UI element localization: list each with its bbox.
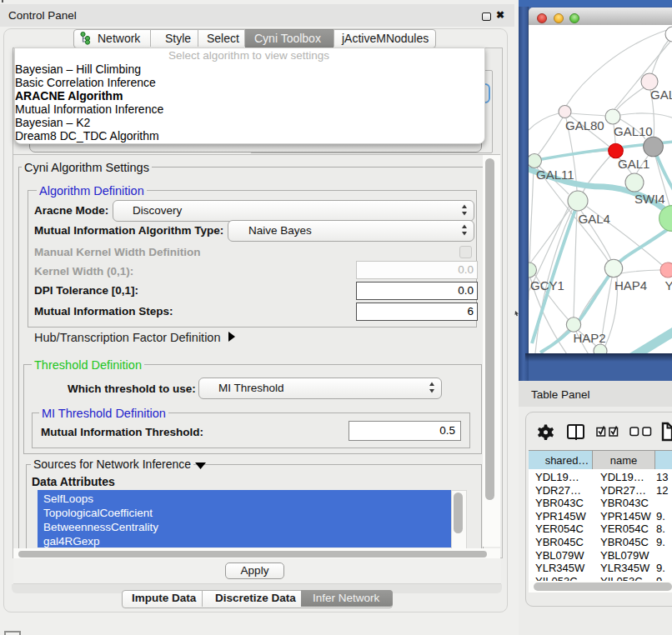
svg-text:HAP2: HAP2 bbox=[574, 331, 606, 345]
svg-text:GAL1: GAL1 bbox=[618, 157, 649, 171]
svg-text:GCY1: GCY1 bbox=[530, 278, 564, 292]
svg-text:HAP4: HAP4 bbox=[614, 278, 647, 292]
svg-text:GAL4: GAL4 bbox=[579, 212, 610, 226]
svg-text:GAL: GAL bbox=[650, 88, 672, 102]
svg-text:Y: Y bbox=[665, 278, 672, 292]
svg-text:GAL80: GAL80 bbox=[565, 118, 604, 132]
svg-text:GAL10: GAL10 bbox=[614, 124, 653, 138]
svg-text:SWI4: SWI4 bbox=[634, 192, 665, 206]
svg-text:GAL11: GAL11 bbox=[536, 168, 574, 182]
